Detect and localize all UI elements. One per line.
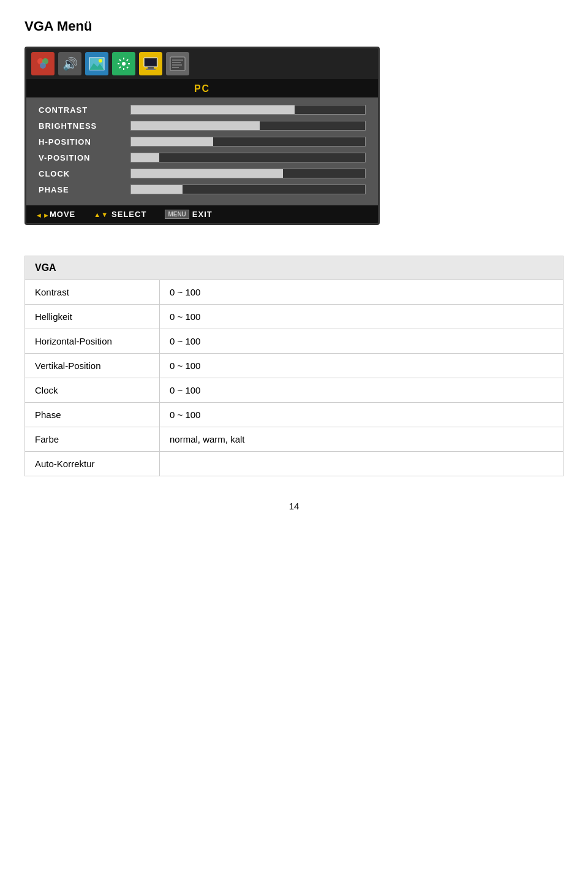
move-label: MOVE xyxy=(50,210,75,219)
monitor-toolbar: 🔊 xyxy=(26,48,378,80)
osd-label-phase: PHASE xyxy=(39,185,130,194)
param-helligkeit: Helligkeit xyxy=(25,305,160,329)
value-vertikal: 0 ~ 100 xyxy=(160,354,564,378)
table-row: Auto-Korrektur xyxy=(25,452,564,476)
ud-arrow-icon xyxy=(94,210,108,219)
osd-fill-clock xyxy=(131,169,283,178)
monitor-footer: MOVE SELECT MENU EXIT xyxy=(26,205,378,223)
param-autokorrektur: Auto-Korrektur xyxy=(25,452,160,476)
toolbar-icon-settings xyxy=(112,52,135,75)
param-kontrast: Kontrast xyxy=(25,280,160,305)
osd-bar-clock xyxy=(130,169,366,178)
osd-bar-phase xyxy=(130,185,366,194)
footer-exit: MENU EXIT xyxy=(165,210,212,219)
osd-label-vposition: V-POSITION xyxy=(39,153,130,162)
table-row: Kontrast 0 ~ 100 xyxy=(25,280,564,305)
footer-move: MOVE xyxy=(36,210,75,219)
value-farbe: normal, warm, kalt xyxy=(160,427,564,452)
osd-bar-vposition xyxy=(130,153,366,162)
lr-arrow-icon xyxy=(36,210,47,219)
osd-fill-brightness xyxy=(131,121,260,130)
table-row: Vertikal-Position 0 ~ 100 xyxy=(25,354,564,378)
svg-rect-10 xyxy=(145,59,156,66)
param-vertikal: Vertikal-Position xyxy=(25,354,160,378)
value-phase: 0 ~ 100 xyxy=(160,403,564,427)
osd-fill-phase xyxy=(131,185,183,194)
osd-label-brightness: BRIGHTNESS xyxy=(39,121,130,131)
osd-label-hposition: H-POSITION xyxy=(39,137,130,147)
toolbar-icon-osd xyxy=(166,52,189,75)
osd-row-hposition: H-POSITION xyxy=(39,137,366,147)
osd-row-phase: PHASE xyxy=(39,185,366,194)
osd-bar-contrast xyxy=(130,105,366,115)
svg-point-6 xyxy=(122,62,126,66)
monitor-title: PC xyxy=(26,80,378,97)
svg-point-5 xyxy=(99,59,102,63)
value-autokorrektur xyxy=(160,452,564,476)
menu-icon: MENU xyxy=(165,210,189,219)
table-row: Horizontal-Position 0 ~ 100 xyxy=(25,329,564,354)
value-helligkeit: 0 ~ 100 xyxy=(160,305,564,329)
osd-row-brightness: BRIGHTNESS xyxy=(39,121,366,131)
osd-fill-hposition xyxy=(131,137,213,146)
toolbar-icon-picture xyxy=(85,52,108,75)
monitor-frame: 🔊 xyxy=(24,47,380,225)
monitor-osd-content: CONTRAST BRIGHTNESS H-POSITION V-POSITIO… xyxy=(26,97,378,205)
param-farbe: Farbe xyxy=(25,427,160,452)
param-phase: Phase xyxy=(25,403,160,427)
table-row: Clock 0 ~ 100 xyxy=(25,378,564,403)
page-number: 14 xyxy=(24,501,564,511)
exit-label: EXIT xyxy=(192,210,213,219)
svg-point-2 xyxy=(40,63,46,69)
vga-table: Kontrast 0 ~ 100 Helligkeit 0 ~ 100 Hori… xyxy=(24,280,564,476)
svg-rect-11 xyxy=(170,57,185,70)
osd-bar-hposition xyxy=(130,137,366,147)
select-label: SELECT xyxy=(111,210,146,219)
param-horizontal: Horizontal-Position xyxy=(25,329,160,354)
table-header: VGA xyxy=(24,256,564,280)
toolbar-icon-pc xyxy=(139,52,162,75)
page-title: VGA Menü xyxy=(24,18,564,34)
svg-rect-9 xyxy=(146,69,156,70)
osd-label-clock: CLOCK xyxy=(39,169,130,178)
osd-fill-contrast xyxy=(131,105,295,114)
osd-label-contrast: CONTRAST xyxy=(39,105,130,115)
toolbar-icon-color xyxy=(31,52,55,75)
value-clock: 0 ~ 100 xyxy=(160,378,564,403)
table-row: Helligkeit 0 ~ 100 xyxy=(25,305,564,329)
value-horizontal: 0 ~ 100 xyxy=(160,329,564,354)
toolbar-icon-sound: 🔊 xyxy=(58,52,81,75)
osd-row-contrast: CONTRAST xyxy=(39,105,366,115)
osd-row-vposition: V-POSITION xyxy=(39,153,366,162)
table-row: Farbe normal, warm, kalt xyxy=(25,427,564,452)
param-clock: Clock xyxy=(25,378,160,403)
value-kontrast: 0 ~ 100 xyxy=(160,280,564,305)
table-row: Phase 0 ~ 100 xyxy=(25,403,564,427)
svg-rect-8 xyxy=(148,67,154,69)
footer-select: SELECT xyxy=(94,210,146,219)
osd-fill-vposition xyxy=(131,153,159,162)
osd-row-clock: CLOCK xyxy=(39,169,366,178)
osd-bar-brightness xyxy=(130,121,366,131)
